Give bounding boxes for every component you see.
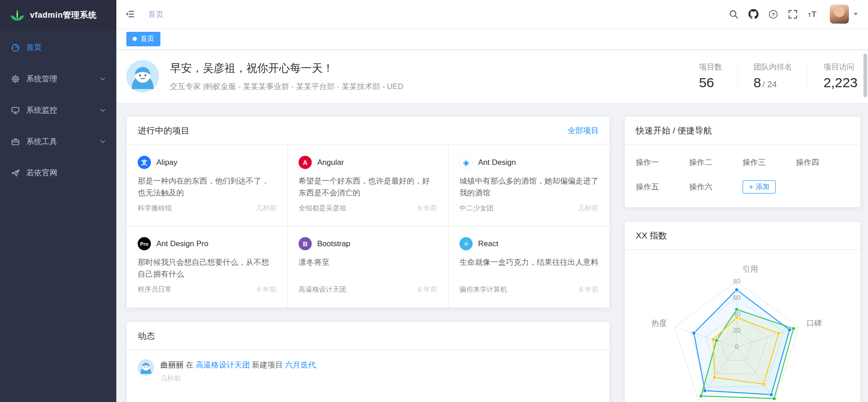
- svg-text:80: 80: [733, 277, 741, 285]
- add-button-label: 添加: [756, 183, 769, 191]
- font-size-icon[interactable]: T T: [803, 0, 823, 28]
- sidebar-item-home[interactable]: 首页: [0, 32, 116, 63]
- quicknav-link-3[interactable]: 操作三: [743, 157, 796, 168]
- project-description: 城镇中有那么多的酒馆，她却偏偏走进了我的酒馆: [459, 175, 599, 199]
- page-scrollbar: [863, 51, 867, 400]
- activity-card-header: 动态: [127, 322, 609, 350]
- project-group-link[interactable]: 高逼格设计天团: [299, 285, 346, 294]
- active-dot-icon: [133, 37, 137, 41]
- quicknav-grid: 操作一 操作二 操作三 操作四 操作五 操作六 + 添加: [625, 145, 860, 207]
- sidebar-menu: 首页 系统管理: [0, 30, 116, 189]
- project-description: 希望是一个好东西，也许是最好的，好东西是不会消亡的: [299, 175, 437, 199]
- stat-project-visits: 项目访问 2,223: [808, 62, 861, 91]
- sidebar-item-label: 系统管理: [26, 74, 57, 84]
- project-name[interactable]: Angular: [317, 158, 344, 167]
- stat-value: 8: [753, 75, 761, 90]
- svg-text:热度: 热度: [651, 319, 667, 328]
- breadcrumb[interactable]: 首页: [148, 9, 164, 20]
- project-card-ant-design-pro[interactable]: Pro Ant Design Pro 那时候我只会想自己想要什么，从不想自己拥有…: [127, 226, 288, 308]
- stat-label: 团队内排名: [753, 62, 792, 72]
- app-logo[interactable]: vfadmin管理系统: [0, 0, 116, 30]
- activity-user-link[interactable]: 曲丽丽: [160, 361, 184, 369]
- chevron-down-icon: [100, 109, 105, 112]
- sidebar-item-label: 系统监控: [26, 105, 57, 115]
- add-button[interactable]: + 添加: [743, 180, 776, 194]
- project-card-angular[interactable]: A Angular 希望是一个好东西，也许是最好的，好东西是不会消亡的 全组都是…: [288, 145, 449, 226]
- navbar-actions: ? T T: [724, 0, 868, 28]
- gear-icon: [11, 74, 20, 84]
- project-description: 那是一种内在的东西，他们到达不了，也无法触及的: [138, 175, 276, 199]
- sidebar-item-system-tools[interactable]: 系统工具: [0, 126, 116, 157]
- quicknav-link-6[interactable]: 操作六: [689, 182, 743, 192]
- alipay-logo-icon: 支: [138, 156, 151, 169]
- activity-group-link[interactable]: 高逼格设计天团: [195, 361, 249, 369]
- page-scroll-area[interactable]: 早安，吴彦祖，祝你开心每一天！ 交互专家 |蚂蚁金服 - 某某某事业群 - 某某…: [116, 50, 868, 402]
- stat-projects: 项目数 56: [683, 62, 738, 91]
- toolbox-icon: [11, 137, 20, 146]
- project-group-link[interactable]: 全组都是吴彦祖: [299, 204, 346, 213]
- project-name[interactable]: React: [478, 239, 498, 248]
- quicknav-link-1[interactable]: 操作一: [636, 157, 689, 168]
- left-column: 进行中的项目 全部项目 支 Alipay 那是一种内在的东西，他们到达不了，也无…: [126, 116, 610, 402]
- projects-title: 进行中的项目: [138, 125, 190, 137]
- sidebar-fold-button[interactable]: [116, 0, 144, 28]
- project-name[interactable]: Alipay: [156, 158, 177, 167]
- stat-label: 项目数: [699, 62, 722, 72]
- project-card-react[interactable]: ⚛ React 生命就像一盒巧克力，结果往往出人意料 骗你来学计算机 6 年前: [449, 226, 609, 308]
- github-icon[interactable]: [743, 0, 763, 28]
- activity-user-avatar[interactable]: [138, 359, 154, 376]
- tags-view-bar: 首页: [116, 28, 868, 50]
- dashboard-content: 进行中的项目 全部项目 支 Alipay 那是一种内在的东西，他们到达不了，也无…: [116, 103, 868, 402]
- fullscreen-icon[interactable]: [783, 0, 803, 28]
- project-card-alipay[interactable]: 支 Alipay 那是一种内在的东西，他们到达不了，也无法触及的 科学搬砖组 几…: [127, 145, 288, 226]
- ant-design-logo-icon: ◈: [459, 156, 473, 169]
- sidebar-item-label: 系统工具: [26, 136, 57, 147]
- project-name[interactable]: Ant Design Pro: [156, 239, 208, 248]
- project-updated-time: 6 年前: [257, 285, 276, 294]
- project-updated-time: 6 年前: [579, 285, 599, 294]
- sprout-logo-icon: [10, 8, 25, 22]
- project-updated-time: 几秒前: [256, 204, 276, 213]
- index-title: XX 指数: [636, 230, 667, 242]
- radar-chart-svg: 引用口碑产量贡献热度020406080: [628, 253, 846, 402]
- svg-text:引用: 引用: [743, 265, 758, 273]
- scrollbar-thumb[interactable]: [863, 54, 867, 97]
- activity-item: 曲丽丽 在 高逼格设计天团 新建项目 六月迭代 几秒前: [138, 359, 599, 383]
- sidebar-item-system-monitor[interactable]: 系统监控: [0, 94, 116, 126]
- radar-chart: 引用口碑产量贡献热度020406080: [625, 250, 860, 402]
- angular-logo-icon: A: [299, 156, 312, 169]
- welcome-header: 早安，吴彦祖，祝你开心每一天！ 交互专家 |蚂蚁金服 - 某某某事业群 - 某某…: [116, 50, 868, 103]
- dashboard-icon: [11, 43, 20, 52]
- sidebar-item-label: 首页: [26, 42, 42, 53]
- project-name[interactable]: Bootstrap: [317, 239, 350, 248]
- project-card-bootstrap[interactable]: B Bootstrap 凛冬将至 高逼格设计天团 6 年前: [288, 226, 449, 308]
- project-group-link[interactable]: 程序员日常: [138, 285, 172, 294]
- activity-project-link[interactable]: 六月迭代: [285, 361, 316, 369]
- quicknav-link-5[interactable]: 操作五: [636, 182, 689, 192]
- quicknav-link-2[interactable]: 操作二: [689, 157, 743, 168]
- greeting-text: 早安，吴彦祖，祝你开心每一天！: [170, 61, 403, 75]
- project-group-link[interactable]: 骗你来学计算机: [459, 285, 507, 294]
- sidebar-item-label: 若依官网: [26, 168, 57, 178]
- monitor-icon: [11, 106, 20, 115]
- projects-card: 进行中的项目 全部项目 支 Alipay 那是一种内在的东西，他们到达不了，也无…: [126, 116, 610, 308]
- user-menu[interactable]: [830, 5, 858, 24]
- project-group-link[interactable]: 中二少女团: [459, 204, 494, 213]
- svg-text:口碑: 口碑: [807, 319, 822, 328]
- tag-home[interactable]: 首页: [126, 32, 160, 46]
- caret-down-icon: [853, 13, 858, 15]
- project-description: 凛冬将至: [299, 257, 437, 280]
- project-updated-time: 6 年前: [418, 285, 437, 294]
- project-group-link[interactable]: 科学搬砖组: [138, 204, 172, 213]
- project-card-ant-design[interactable]: ◈ Ant Design 城镇中有那么多的酒馆，她却偏偏走进了我的酒馆 中二少女…: [449, 145, 609, 226]
- bootstrap-logo-icon: B: [299, 237, 312, 250]
- help-question-icon[interactable]: ?: [763, 0, 783, 28]
- quicknav-link-4[interactable]: 操作四: [796, 157, 850, 168]
- project-name[interactable]: Ant Design: [478, 158, 516, 167]
- sidebar-item-system-manage[interactable]: 系统管理: [0, 63, 116, 94]
- avatar[interactable]: [830, 5, 849, 24]
- svg-text:T: T: [808, 12, 811, 17]
- search-icon[interactable]: [724, 0, 743, 28]
- all-projects-link[interactable]: 全部项目: [568, 125, 599, 136]
- sidebar-item-official-site[interactable]: 若依官网: [0, 157, 116, 189]
